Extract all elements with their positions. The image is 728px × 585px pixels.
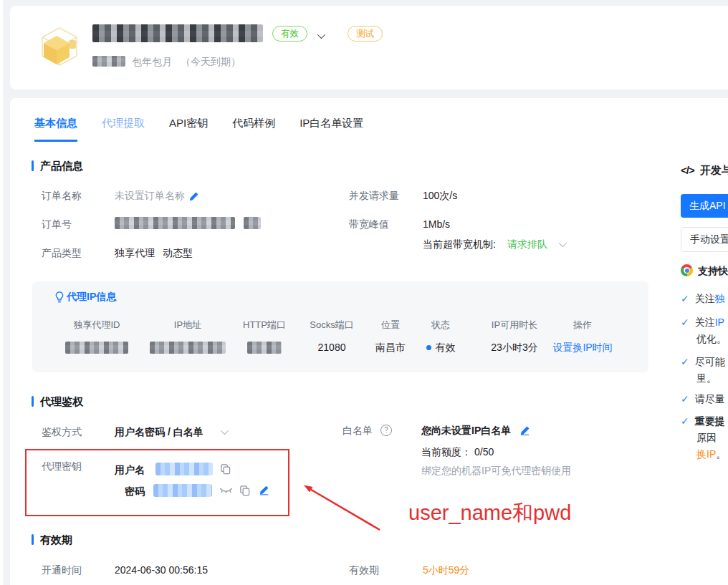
proxy-auth-title: 代理鉴权 — [40, 395, 83, 409]
whitelist-label: 白名单 — [343, 425, 373, 437]
column-proxy-id: 独享代理ID — [57, 319, 136, 332]
tip-link[interactable]: IP — [715, 316, 724, 328]
column-location: 位置 — [365, 319, 416, 332]
section-bar — [32, 396, 34, 407]
whitelist-value: 您尚未设置IP白名单 — [421, 425, 511, 437]
tab-ip-whitelist[interactable]: IP白名单设置 — [300, 117, 363, 142]
header-location: 位置 — [365, 319, 416, 332]
tip-item-2: ✓关注IP — [681, 316, 728, 329]
tab-api-key[interactable]: API密钥 — [169, 117, 208, 142]
tip-item-4: ✓请尽量 — [681, 393, 728, 406]
chrome-support-text: 支持快 — [698, 265, 728, 276]
tip-text: 关注 — [695, 316, 715, 328]
tip-text: 尽可能 — [695, 356, 725, 367]
tip-link[interactable]: 独 — [715, 293, 725, 304]
quota-value: 0/50 — [474, 446, 494, 458]
tip-item-5: ✓重要提 — [681, 415, 728, 428]
tip-text: 里。 — [696, 372, 717, 384]
annotation-arrow — [287, 474, 401, 538]
column-socks-port: Socks端口 — [300, 319, 364, 332]
page-left-strip — [0, 0, 3, 585]
socks-port-value: 21080 — [300, 342, 364, 353]
quota-label: 当前额度： — [421, 446, 471, 459]
tip-item-1: ✓关注独 — [681, 293, 728, 306]
tip-text: 。 — [716, 448, 726, 460]
chrome-icon — [681, 264, 693, 276]
chrome-support-row: 支持快 — [681, 264, 728, 278]
tab-code-samples[interactable]: 代码样例 — [232, 117, 275, 142]
tip-text: 优化。 — [696, 333, 727, 344]
bandwidth-value: 1Mb/s — [423, 218, 450, 230]
annotation-text: user_name和pwd — [408, 499, 571, 528]
header-action: 操作 — [543, 319, 622, 332]
location-value: 南昌市 — [365, 342, 416, 354]
ip-masked-value — [150, 342, 226, 354]
tip-text: 关注 — [695, 293, 715, 304]
header-ip: IP地址 — [145, 319, 231, 332]
header-http-port: HTTP端口 — [232, 319, 297, 332]
status-chevron-down-icon[interactable] — [317, 31, 325, 39]
open-time-label: 开通时间 — [42, 564, 82, 577]
product-type-value-1: 独享代理 — [115, 247, 155, 260]
annotation-highlight-box — [25, 449, 289, 516]
status-badge: 有效 — [272, 26, 307, 42]
over-bandwidth-label: 当前超带宽机制: — [423, 238, 496, 251]
column-http-port: HTTP端口 — [232, 319, 297, 332]
product-info-title: 产品信息 — [40, 160, 83, 173]
header-available-time: IP可用时长 — [475, 319, 554, 332]
tip-text: 原因 — [696, 432, 717, 443]
plan-masked-value — [92, 56, 125, 67]
tip-text: 重要提 — [695, 415, 725, 427]
over-bandwidth-value[interactable]: 请求排队 — [507, 238, 547, 251]
auth-method-label: 鉴权方式 — [42, 426, 82, 439]
status-dot — [426, 345, 431, 350]
open-time-value: 2024-06-30 00:56:15 — [115, 564, 208, 576]
header-proxy-id: 独享代理ID — [57, 319, 136, 332]
tip-item-2-line2: 优化。 — [681, 333, 728, 346]
tip-highlight: 换IP — [696, 448, 716, 460]
check-icon: ✓ — [681, 316, 689, 328]
order-name-value: 未设置订单名称 — [115, 190, 185, 203]
check-icon: ✓ — [681, 415, 689, 427]
tab-basic-info[interactable]: 基本信息 — [34, 117, 77, 142]
valid-period-value: 5小时59分 — [423, 564, 469, 577]
dev-section-title: 开发与 — [700, 164, 728, 176]
column-action: 操作 — [543, 319, 622, 332]
column-ip: IP地址 — [145, 319, 231, 332]
tip-item-3-line2: 里。 — [681, 372, 728, 385]
concurrency-value: 100次/s — [423, 190, 457, 203]
status-text: 有效 — [436, 342, 456, 353]
tip-item-3: ✓尽可能 — [681, 356, 728, 369]
order-no-masked-value-2 — [244, 217, 261, 229]
tab-bar: 基本信息 代理提取 API密钥 代码样例 IP白名单设置 — [34, 117, 363, 142]
check-icon: ✓ — [681, 293, 689, 304]
set-ip-rotation-link[interactable]: 设置换IP时间 — [543, 342, 622, 354]
tab-proxy-extract[interactable]: 代理提取 — [102, 117, 145, 142]
concurrency-label: 并发请求量 — [349, 190, 399, 203]
test-badge: 测试 — [348, 26, 383, 42]
whitelist-help-icon[interactable]: ? — [380, 425, 392, 436]
tip-item-5-line2: 原因 — [681, 432, 728, 445]
header-socks-port: Socks端口 — [300, 319, 364, 332]
generate-api-button[interactable]: 生成API — [681, 194, 728, 218]
order-name-label: 订单名称 — [42, 190, 82, 203]
tip-text: 请尽量 — [695, 393, 725, 405]
over-bandwidth-chevron-down-icon[interactable] — [559, 239, 567, 247]
expiry-note: （今天到期） — [181, 56, 241, 69]
edit-order-name-icon[interactable] — [189, 191, 199, 201]
edit-whitelist-icon[interactable] — [520, 425, 530, 435]
section-bar — [32, 534, 34, 545]
status-value: 有效 — [412, 342, 469, 354]
auth-method-chevron-down-icon[interactable] — [221, 427, 229, 435]
section-bar — [32, 160, 34, 171]
order-no-masked-value — [115, 217, 235, 229]
order-id-masked-value — [92, 24, 263, 42]
lightbulb-icon — [55, 291, 64, 303]
product-type-value-2: 动态型 — [163, 247, 193, 260]
tip-item-5-line3: 换IP。 — [681, 448, 728, 461]
order-header-card: 有效 测试 包年包月 （今天到期） — [10, 6, 728, 90]
product-type-label: 产品类型 — [42, 247, 82, 260]
auth-method-value[interactable]: 用户名密码 / 白名单 — [115, 426, 203, 439]
manual-setup-button[interactable]: 手动设置 — [681, 227, 728, 252]
check-icon: ✓ — [681, 356, 689, 367]
